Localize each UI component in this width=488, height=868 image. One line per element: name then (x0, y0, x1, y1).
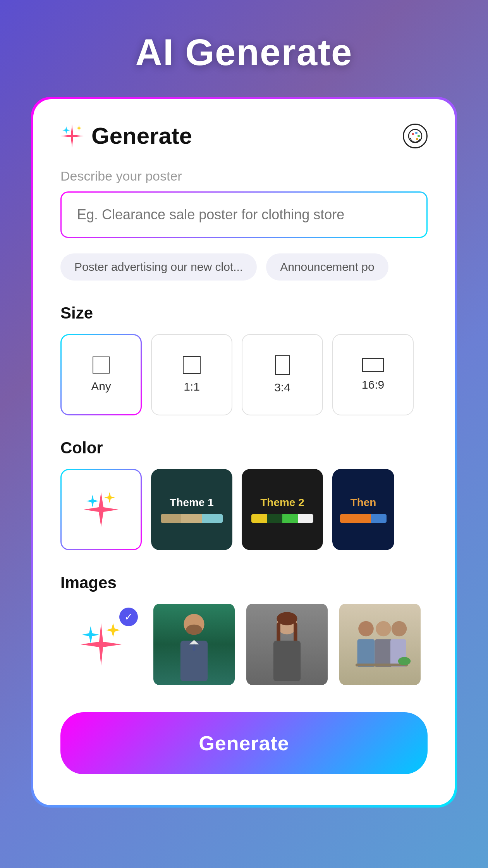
ai-selected-badge: ✓ (119, 608, 138, 626)
theme3-colors (340, 514, 387, 523)
size-section-title: Size (60, 304, 428, 322)
size-3-4[interactable]: 3:4 (242, 334, 323, 415)
svg-marker-1 (62, 126, 70, 134)
size-3-4-label: 3:4 (274, 381, 290, 394)
color-theme2[interactable]: Theme 2 (242, 469, 323, 550)
palette-icon-button[interactable] (403, 124, 428, 148)
page-title: AI Generate (136, 31, 353, 74)
theme1-colors (161, 514, 223, 523)
svg-point-28 (392, 621, 407, 637)
describe-label: Describe your poster (60, 169, 428, 184)
svg-marker-9 (86, 495, 99, 507)
suggestion-chips: Poster advertising our new clot... Annou… (60, 253, 428, 281)
svg-point-31 (398, 657, 411, 665)
chip-2[interactable]: Announcement po (266, 253, 388, 281)
svg-rect-23 (273, 641, 301, 682)
theme3-color2 (371, 514, 387, 523)
main-card: Generate Describe your poster Poster (31, 97, 457, 808)
image-group[interactable] (339, 604, 421, 685)
svg-marker-13 (106, 623, 120, 637)
theme2-card: Theme 2 (242, 469, 323, 550)
person2-figure (262, 608, 312, 681)
chip-1[interactable]: Poster advertising our new clot... (60, 253, 257, 281)
theme3-label: Then (351, 496, 376, 509)
size-any[interactable]: Any (60, 334, 142, 415)
theme1-card: Theme 1 (151, 469, 232, 550)
image-person2[interactable] (246, 604, 328, 685)
size-1-1-label: 1:1 (184, 380, 200, 393)
theme3-card: Then (332, 469, 394, 550)
palette-icon-svg (408, 129, 423, 143)
svg-marker-2 (76, 125, 82, 131)
theme2-colors (251, 514, 313, 523)
svg-point-24 (358, 621, 374, 637)
card-title: Generate (91, 122, 192, 149)
svg-rect-25 (357, 639, 375, 667)
card-content: Generate Describe your poster Poster (33, 99, 455, 805)
image-person1[interactable] (153, 604, 235, 685)
svg-marker-12 (82, 626, 99, 643)
svg-marker-10 (104, 492, 115, 503)
header-left: Generate (60, 122, 192, 149)
size-16-9[interactable]: 16:9 (332, 334, 414, 415)
svg-rect-27 (375, 639, 392, 667)
theme3-color1 (340, 514, 371, 523)
svg-point-6 (418, 135, 420, 137)
size-16-9-label: 16:9 (362, 378, 384, 391)
image-ai-option[interactable]: ✓ (60, 604, 142, 685)
svg-point-5 (415, 132, 418, 134)
text-input-wrapper[interactable] (60, 191, 428, 238)
size-1-1[interactable]: 1:1 (151, 334, 232, 415)
theme2-color4 (298, 514, 313, 523)
color-options: Theme 1 Theme 2 (60, 469, 428, 550)
theme1-color1 (161, 514, 181, 523)
theme1-label: Theme 1 (170, 496, 214, 509)
svg-point-7 (416, 138, 418, 140)
svg-point-26 (376, 621, 391, 637)
generate-button[interactable]: Generate (60, 712, 428, 774)
any-size-icon (93, 356, 110, 374)
group-figure (345, 608, 415, 681)
color-theme1[interactable]: Theme 1 (151, 469, 232, 550)
ai-sparkle-icon (76, 619, 126, 670)
color-auto-sparkle (82, 490, 120, 529)
theme1-color2 (181, 514, 202, 523)
card-header: Generate (60, 122, 428, 149)
svg-point-15 (186, 625, 202, 635)
svg-point-4 (412, 133, 414, 135)
size-options: Any 1:1 3:4 16:9 (60, 334, 428, 415)
theme2-color3 (282, 514, 298, 523)
color-auto[interactable] (60, 469, 142, 550)
theme2-color2 (267, 514, 282, 523)
describe-input[interactable] (77, 207, 411, 223)
theme2-label: Theme 2 (260, 496, 304, 509)
sparkle-icon (60, 124, 84, 148)
images-row: ✓ (60, 604, 428, 685)
color-theme3[interactable]: Then (332, 469, 394, 550)
images-section-title: Images (60, 574, 428, 592)
size-any-label: Any (91, 380, 111, 393)
1-1-size-icon (183, 356, 201, 374)
color-section-title: Color (60, 439, 428, 457)
theme1-color3 (202, 514, 223, 523)
theme2-color1 (251, 514, 267, 523)
3-4-size-icon (275, 355, 290, 375)
person1-figure (169, 608, 219, 681)
16-9-size-icon (362, 358, 384, 372)
